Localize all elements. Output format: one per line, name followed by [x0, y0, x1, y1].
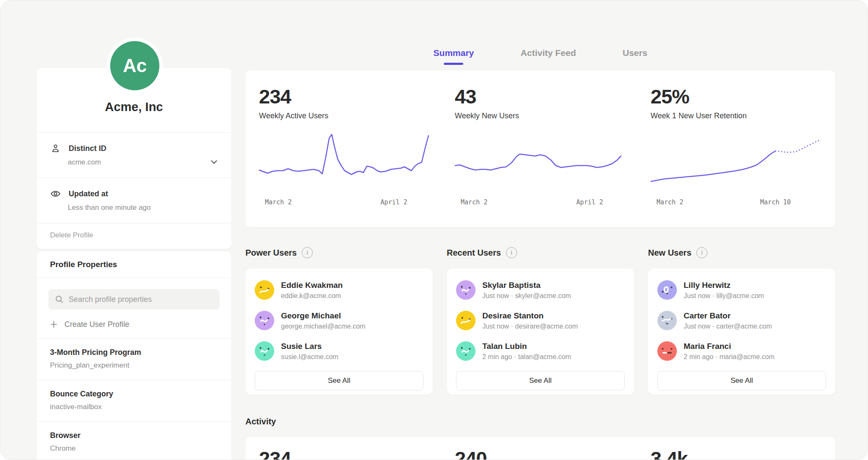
avatar — [657, 311, 677, 330]
user-name: Eddie Kwakman — [281, 281, 343, 290]
x-axis: March 2 April 2 — [455, 198, 626, 208]
updated-at-label: Updated at — [69, 190, 108, 198]
info-icon[interactable]: i — [302, 247, 313, 258]
face-icon — [456, 341, 476, 361]
stat-value: 234 — [259, 85, 430, 108]
x-axis-tick: March 2 — [461, 198, 487, 206]
user-list-item[interactable]: Eddie Kwakman eddie.k@acme.com — [255, 280, 423, 300]
chevron-down-icon[interactable] — [209, 156, 220, 167]
activity-stat: 234 — [259, 447, 430, 460]
stat-label: Week 1 New User Retention — [651, 112, 822, 120]
user-list-item[interactable]: Desirae Stanton Just now · desirare@acme… — [456, 311, 625, 330]
x-axis-tick: March 2 — [265, 198, 292, 206]
eye-icon — [50, 188, 61, 199]
avatar — [456, 311, 476, 330]
property-name: Bounce Category — [50, 390, 218, 399]
property-value: Pricing_plan_experiment — [50, 361, 218, 370]
property-value: inactive-mailbox — [50, 403, 218, 411]
see-all-button[interactable]: See All — [456, 371, 625, 390]
org-avatar-initials: Ac — [110, 41, 159, 90]
face-icon — [255, 311, 274, 330]
property-value: Chrome — [50, 444, 218, 453]
face-icon — [657, 280, 677, 300]
stat-value: 43 — [455, 85, 626, 108]
stat-week1-retention: 25% Week 1 New User Retention March 2 Ma… — [651, 85, 822, 227]
user-sections: Power Users i Eddie Kwakman eddie.k@acme… — [245, 245, 835, 395]
property-name: 3-Month Pricing Program — [50, 348, 218, 357]
user-subtext: Just now · desirare@acme.com — [482, 323, 578, 330]
user-name: Desirae Stanton — [482, 311, 578, 321]
user-list-item[interactable]: Carter Bator Just now · carter@acme.com — [657, 311, 826, 330]
info-icon[interactable]: i — [506, 247, 517, 258]
avatar — [456, 280, 476, 300]
section-power-users: Power Users i Eddie Kwakman eddie.k@acme… — [245, 245, 433, 395]
user-name: George Michael — [281, 311, 365, 321]
x-axis-tick: March 10 — [760, 198, 791, 206]
profile-card: Acme, Inc Distinct ID acme.com Updated a… — [36, 68, 231, 249]
plus-icon — [49, 320, 58, 329]
summary-card: 234 Weekly Active Users March 2 April 2 … — [245, 70, 835, 227]
avatar — [456, 341, 476, 361]
x-axis: March 2 March 10 — [651, 198, 822, 208]
section-new-users: New Users i Lilly Herwitz Just now · lil… — [648, 245, 835, 395]
info-icon[interactable]: i — [696, 247, 707, 258]
org-name: Acme, Inc — [36, 100, 231, 114]
user-list-item[interactable]: Susie Lars susie.l@acme.com — [255, 341, 423, 361]
face-icon — [255, 341, 274, 361]
tab-summary[interactable]: Summary — [434, 48, 474, 65]
user-name: Talan Lubin — [482, 342, 571, 351]
user-name: Maria Franci — [684, 342, 775, 351]
tab-activity-feed[interactable]: Activity Feed — [520, 48, 576, 65]
face-icon — [657, 341, 677, 361]
user-name: Skylar Baptista — [482, 281, 571, 290]
avatar — [657, 280, 677, 300]
stat-value: 25% — [651, 85, 822, 108]
delete-profile-button[interactable]: Delete Profile — [36, 223, 231, 249]
stat-label: Weekly New Users — [455, 112, 626, 120]
see-all-button[interactable]: See All — [657, 371, 826, 390]
stat-weekly-active-users: 234 Weekly Active Users March 2 April 2 — [259, 85, 430, 227]
sparkline-week1-retention — [651, 131, 822, 194]
profile-properties-title: Profile Properties — [36, 251, 231, 278]
x-axis-tick: March 2 — [657, 198, 683, 206]
section-title: Recent Users — [447, 248, 501, 258]
sparkline-weekly-new-users — [455, 131, 626, 194]
property-row[interactable]: Bounce Category inactive-mailbox — [36, 380, 231, 421]
distinct-id-row[interactable]: Distinct ID acme.com — [36, 133, 231, 178]
profile-properties-search[interactable] — [48, 289, 220, 309]
tab-bar: Summary Activity Feed Users — [245, 48, 835, 65]
user-subtext: 2 min ago · maria@acme.com — [684, 353, 775, 361]
power-users-card: Eddie Kwakman eddie.k@acme.com George Mi… — [245, 268, 433, 395]
tab-users[interactable]: Users — [623, 48, 647, 65]
sparkline-weekly-active-users — [259, 131, 430, 194]
user-name: Lilly Herwitz — [684, 281, 764, 290]
avatar — [255, 311, 274, 330]
user-name: Susie Lars — [281, 342, 338, 351]
see-all-button[interactable]: See All — [255, 371, 423, 390]
search-input[interactable] — [68, 295, 214, 304]
search-icon — [54, 294, 64, 304]
stat-label: Weekly Active Users — [259, 112, 430, 120]
property-row[interactable]: Browser Chrome — [36, 421, 231, 460]
user-subtext: susie.l@acme.com — [281, 353, 338, 361]
active-tab-underline — [444, 63, 463, 65]
face-icon — [456, 311, 476, 330]
face-icon — [456, 280, 476, 300]
user-list-item[interactable]: Talan Lubin 2 min ago · talan@acme.com — [456, 341, 625, 361]
user-subtext: 2 min ago · talan@acme.com — [482, 353, 571, 361]
user-subtext: Just now · lilly@acme.com — [684, 292, 764, 300]
user-list-item[interactable]: Skylar Baptista Just now · skyler@acme.c… — [456, 280, 625, 300]
user-list-item[interactable]: Lilly Herwitz Just now · lilly@acme.com — [657, 280, 826, 300]
user-list-item[interactable]: Maria Franci 2 min ago · maria@acme.com — [657, 341, 826, 361]
user-list-item[interactable]: George Michael george.michael@acme.com — [255, 311, 423, 330]
org-avatar: Ac — [107, 38, 163, 94]
x-axis-tick: April 2 — [381, 198, 407, 206]
property-row[interactable]: 3-Month Pricing Program Pricing_plan_exp… — [36, 338, 231, 380]
x-axis-tick: April 2 — [576, 198, 603, 206]
create-user-profile-button[interactable]: Create User Profile — [49, 320, 220, 329]
updated-at-row: Updated at Less than one minute ago — [36, 178, 231, 223]
stat-weekly-new-users: 43 Weekly New Users March 2 April 2 — [455, 85, 626, 227]
avatar — [255, 341, 274, 361]
distinct-id-value: acme.com — [68, 158, 218, 167]
profile-dashboard: Ac Acme, Inc Distinct ID acme.com Up — [0, 0, 868, 460]
